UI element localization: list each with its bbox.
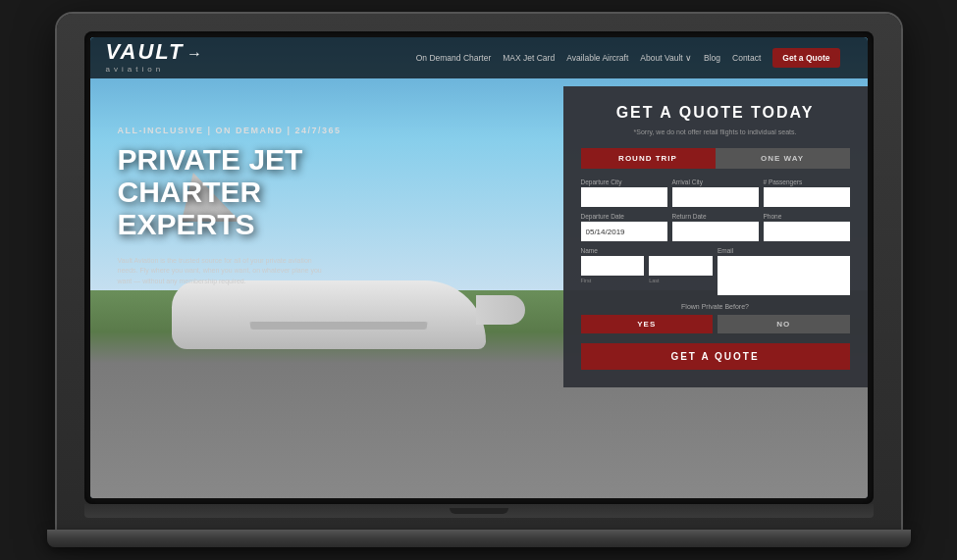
return-date-input[interactable] bbox=[672, 222, 759, 241]
round-trip-button[interactable]: ROUND TRIP bbox=[581, 148, 716, 169]
hero-text: ALL-INCLUSIVE | ON DEMAND | 24/7/365 PRI… bbox=[118, 126, 342, 287]
logo-wrapper: VAULT→ aviation bbox=[106, 41, 204, 74]
city-passengers-row: Departure City Arrival City # Passengers bbox=[581, 178, 850, 207]
get-quote-submit-button[interactable]: GET A QUOTE bbox=[581, 343, 850, 370]
phone-input[interactable] bbox=[764, 222, 850, 241]
jet-body bbox=[172, 280, 486, 349]
last-name-sub-label: Last bbox=[649, 278, 713, 283]
navbar: VAULT→ aviation On Demand Charter MAX Je… bbox=[90, 37, 868, 78]
departure-date-input[interactable] bbox=[581, 222, 667, 241]
logo-text: VAULT→ bbox=[106, 41, 204, 63]
name-inputs: First Last bbox=[581, 256, 714, 283]
passengers-label: # Passengers bbox=[764, 178, 850, 185]
logo-arrow: → bbox=[186, 45, 204, 62]
nav-cta-button[interactable]: Get a Quote bbox=[772, 48, 839, 68]
first-name-sub-label: First bbox=[581, 278, 645, 283]
departure-date-label: Departure Date bbox=[581, 213, 667, 220]
laptop-base bbox=[47, 530, 911, 547]
departure-city-input[interactable] bbox=[581, 187, 667, 207]
return-date-label: Return Date bbox=[672, 213, 759, 220]
screen-bezel: VAULT→ aviation On Demand Charter MAX Je… bbox=[84, 31, 874, 504]
panel-title: GET A QUOTE TODAY bbox=[581, 104, 850, 122]
panel-subtitle: *Sorry, we do not offer retail flights t… bbox=[581, 127, 850, 137]
email-group: Email bbox=[718, 247, 850, 295]
phone-label: Phone bbox=[764, 213, 850, 220]
nav-links: On Demand Charter MAX Jet Card Available… bbox=[416, 48, 840, 68]
flown-toggle: YES NO bbox=[581, 315, 850, 333]
hero-description: Vault Aviation is the trusted source for… bbox=[118, 256, 334, 287]
arrival-city-label: Arrival City bbox=[672, 178, 759, 185]
flown-label: Flown Private Before? bbox=[581, 303, 850, 310]
passengers-group: # Passengers bbox=[764, 178, 850, 207]
departure-date-group: Departure Date bbox=[581, 213, 667, 241]
nav-link-aircraft[interactable]: Available Aircraft bbox=[566, 53, 628, 63]
departure-city-label: Departure City bbox=[581, 178, 667, 185]
departure-city-group: Departure City bbox=[581, 178, 667, 207]
flown-yes-button[interactable]: YES bbox=[581, 315, 714, 333]
first-name-group: First bbox=[581, 256, 645, 283]
hero-title: PRIVATE JET CHARTER EXPERTS bbox=[118, 143, 342, 240]
last-name-group: Last bbox=[649, 256, 713, 283]
nav-link-blog[interactable]: Blog bbox=[704, 53, 720, 63]
arrival-city-input[interactable] bbox=[672, 187, 759, 207]
last-name-input[interactable] bbox=[649, 256, 713, 276]
screen: VAULT→ aviation On Demand Charter MAX Je… bbox=[90, 37, 868, 498]
jet-wing bbox=[249, 322, 427, 330]
name-email-row: Name First Last bbox=[581, 247, 850, 295]
name-label: Name bbox=[581, 247, 714, 254]
nav-link-contact[interactable]: Contact bbox=[732, 53, 761, 63]
laptop-container: VAULT→ aviation On Demand Charter MAX Je… bbox=[57, 14, 901, 547]
name-group: Name First Last bbox=[581, 247, 714, 295]
email-input[interactable] bbox=[718, 256, 850, 295]
laptop-bottom bbox=[84, 504, 874, 518]
logo-sub: aviation bbox=[106, 65, 204, 74]
first-name-input[interactable] bbox=[581, 256, 645, 276]
date-phone-row: Departure Date Return Date Phone bbox=[581, 213, 850, 241]
trip-toggle: ROUND TRIP ONE WAY bbox=[581, 148, 850, 169]
nav-link-charter[interactable]: On Demand Charter bbox=[416, 53, 492, 63]
flown-no-button[interactable]: NO bbox=[718, 315, 850, 333]
laptop-notch bbox=[450, 508, 508, 514]
return-date-group: Return Date bbox=[672, 213, 759, 241]
jet-nose bbox=[476, 295, 525, 325]
flown-section: Flown Private Before? YES NO bbox=[581, 303, 850, 333]
quote-panel: GET A QUOTE TODAY *Sorry, we do not offe… bbox=[563, 86, 868, 388]
nav-link-about[interactable]: About Vault ∨ bbox=[640, 53, 692, 63]
nav-link-card[interactable]: MAX Jet Card bbox=[503, 53, 555, 63]
phone-group: Phone bbox=[764, 213, 850, 241]
email-label: Email bbox=[718, 247, 850, 254]
hero-tagline: ALL-INCLUSIVE | ON DEMAND | 24/7/365 bbox=[118, 126, 342, 135]
arrival-city-group: Arrival City bbox=[672, 178, 759, 207]
laptop-body: VAULT→ aviation On Demand Charter MAX Je… bbox=[57, 14, 901, 530]
logo-area: VAULT→ aviation bbox=[106, 41, 204, 74]
passengers-input[interactable] bbox=[764, 187, 850, 207]
one-way-button[interactable]: ONE WAY bbox=[716, 148, 850, 169]
